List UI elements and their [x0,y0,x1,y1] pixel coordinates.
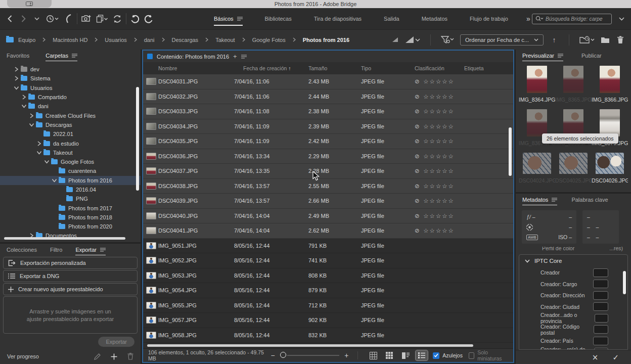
breadcrumb-item[interactable]: Macintosh HD [53,37,98,43]
tree-chevron-icon[interactable] [37,151,42,154]
preview-thumbnail[interactable]: IMG_8379.JPG [592,107,628,151]
screen-share-tab[interactable] [7,0,52,8]
iptc-scrollbar[interactable] [623,271,626,294]
file-rating[interactable]: ⊘ ☆☆☆☆☆ [415,227,464,234]
export-dng-item[interactable]: Exportar a DNG [3,270,138,282]
create-preset-item[interactable]: Crear nuevo ajuste preestablecido [3,283,138,295]
preview-thumbnail[interactable]: IMG_8365.JPG [555,64,592,107]
details-view-button[interactable] [399,350,412,360]
zoom-in-button[interactable]: + [344,351,348,359]
workspace-overflow-icon[interactable]: » [526,15,529,23]
tree-vertical-scrollbar[interactable] [136,87,139,191]
export-button[interactable]: Exportar [98,337,134,347]
search-box[interactable] [532,14,612,24]
file-row[interactable]: DSC04036.JPG 7/04/16, 13:34 2.29 MB JPEG… [143,149,513,164]
breadcrumb-item[interactable]: Usuarios [105,37,137,43]
file-rating[interactable]: ⊘ ☆☆☆☆☆ [415,183,464,190]
search-options-chevron-icon[interactable] [617,13,626,25]
breadcrumb-item[interactable]: Descargas [172,37,209,43]
preview-thumbnail[interactable]: DSC04024.JPG [519,151,555,188]
folder-tree-item[interactable]: Photos from 2017 [0,203,141,212]
tree-chevron-icon[interactable] [15,76,18,81]
folder-tree-item[interactable]: Usuarios [0,83,141,93]
file-row[interactable]: IMG_9057.JPG 8/05/16, 12:44 902 KB JPEG … [143,313,513,328]
iptc-field-input[interactable] [594,325,608,334]
iptc-field-input[interactable] [593,302,608,311]
panel-tab[interactable]: Metadatos [522,194,557,206]
panel-tab[interactable]: Exportar [75,244,106,256]
panel-tab[interactable]: Filtro [50,244,62,256]
column-type[interactable]: Tipo [361,65,415,71]
iptc-field-input[interactable] [593,337,608,345]
folder-tree-item[interactable]: Takeout [0,148,141,157]
view-option-checkbox[interactable]: Solo miniaturas [469,349,508,361]
panel-menu-icon[interactable] [72,54,77,58]
column-size[interactable]: Tamaño [308,65,361,71]
tree-chevron-icon[interactable] [15,67,18,72]
panel-menu-icon[interactable] [100,248,106,252]
sort-dropdown[interactable]: Ordenar por Fecha de c... [460,34,544,46]
tree-chevron-icon[interactable] [30,113,33,118]
panel-tab[interactable]: Carpetas [46,50,77,62]
search-input[interactable] [546,16,608,22]
file-rating[interactable]: ⊘ ☆☆☆☆☆ [415,123,464,130]
file-row[interactable]: IMG_9051.JPG 8/05/16, 12:44 791 KB JPEG … [143,239,513,254]
cancel-icon[interactable]: × [592,353,599,362]
workspace-menu-icon[interactable] [237,17,243,21]
refresh-sync-button[interactable] [113,13,122,25]
file-rating[interactable]: ⊘ ☆☆☆☆☆ [415,153,464,160]
workspace-tab[interactable]: Bibliotecas [265,8,292,29]
panel-tab[interactable]: Colecciones [7,244,37,256]
checkbox[interactable] [433,352,439,359]
folder-tree-item[interactable]: Photos from 2020 [0,222,141,231]
sort-ascending-button[interactable]: ↑ [550,34,559,46]
folder-tree-item[interactable]: Google Fotos [0,157,141,166]
workspace-tab[interactable]: Metadatos [422,8,447,29]
return-to-app-icon[interactable] [64,13,73,25]
iptc-field-input[interactable] [593,280,608,288]
redo-button[interactable] [144,13,153,25]
tree-chevron-icon[interactable] [44,160,50,164]
preview-thumbnail[interactable]: DSC04025.JPG [555,151,592,188]
tree-chevron-icon[interactable] [22,95,26,100]
breadcrumb-item[interactable]: Photos from 2016 [303,37,349,43]
content-vertical-scrollbar[interactable] [509,127,512,176]
file-row[interactable]: DSC04033.JPG 7/04/16, 11:08 2.38 MB JPEG… [143,104,513,119]
file-row[interactable]: IMG_9058.JPG 8/05/16, 12:44 832 KB JPEG … [143,328,513,343]
column-name[interactable]: Nombre [158,65,234,71]
apply-icon[interactable]: ✓ [612,353,619,362]
preview-thumbnail[interactable]: IMG_8368.JPG [555,107,592,151]
folder-tree-item[interactable]: dani [0,102,141,111]
file-row[interactable]: IMG_9054.JPG 8/05/16, 12:44 879 KB JPEG … [143,283,513,298]
edit-pencil-icon[interactable] [94,353,101,360]
view-progress-label[interactable]: Ver progreso [7,353,39,359]
thumbnail-view-button[interactable] [383,350,395,360]
file-row[interactable]: DSC04034.JPG 7/04/16, 11:09 2.39 MB JPEG… [143,119,513,134]
panel-menu-icon[interactable] [552,198,557,202]
breadcrumb-item[interactable]: Equipo [18,37,46,43]
tree-chevron-icon[interactable] [52,178,57,182]
workspace-tab[interactable]: Salida [384,8,399,29]
file-row[interactable]: DSC04039.JPG 7/04/16, 13:57 2.66 MB JPEG… [143,194,513,209]
view-option-checkbox[interactable]: Azulejos [433,349,463,361]
back-button[interactable] [5,13,14,25]
workspace-tab[interactable]: Básicos [214,8,243,29]
grid-view-button[interactable] [367,350,379,360]
breadcrumb-item[interactable]: Takeout [215,37,245,43]
folder-tree-item[interactable]: da estudio [0,139,141,148]
breadcrumb-item[interactable]: Google Fotos [252,37,296,43]
preview-thumbnail[interactable]: IMG_8366.JPG [592,64,628,107]
folder-tree-item[interactable]: 2022.01 [0,129,141,139]
move-copy-files-button[interactable] [96,13,108,25]
content-horizontal-scrollbar[interactable] [147,344,473,347]
panel-tab[interactable]: Palabras clave [571,194,608,206]
thumbnail-size-slider[interactable] [280,355,339,356]
file-row[interactable]: DSC04035.JPG 7/04/16, 11:09 2.42 MB JPEG… [143,134,513,149]
column-rating[interactable]: Clasificación [415,65,464,71]
file-row[interactable]: DSC04040.JPG 7/04/16, 14:04 2.49 MB JPEG… [143,209,513,224]
file-row[interactable]: IMG_9053.JPG 8/05/16, 12:44 808 KB JPEG … [143,268,513,284]
forward-button[interactable] [19,13,28,25]
panel-menu-icon[interactable] [558,54,563,58]
history-button[interactable] [46,13,59,25]
file-row[interactable]: IMG_9052.JPG 8/05/16, 12:44 741 KB JPEG … [143,253,513,268]
